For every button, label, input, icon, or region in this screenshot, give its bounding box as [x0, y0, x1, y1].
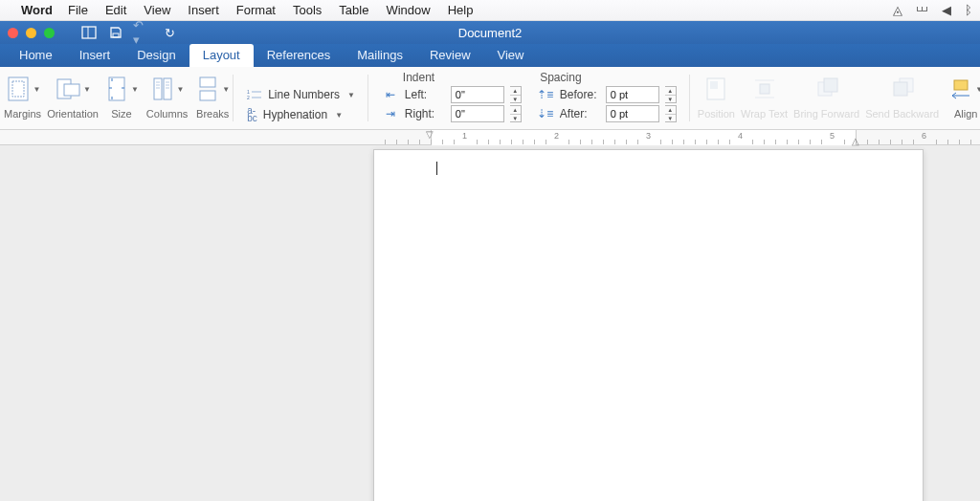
svg-rect-30 [894, 82, 907, 96]
page[interactable] [373, 149, 924, 501]
ribbon: ▼ Margins ▼ Orientation ▼ Size ▼ Columns… [0, 67, 980, 130]
volume-icon[interactable]: ◀ [942, 3, 951, 17]
send-backward-label: Send Backward [865, 108, 939, 120]
svg-rect-31 [954, 80, 968, 90]
indent-right-input[interactable]: 0" [451, 105, 504, 122]
ruler-number: 1 [462, 131, 467, 141]
spacing-before-stepper[interactable]: ▲▼ [665, 86, 677, 103]
menu-tools[interactable]: Tools [293, 3, 322, 17]
spacing-before-icon: ⇡≡ [537, 88, 554, 101]
position-button: Position [698, 73, 735, 120]
menu-format[interactable]: Format [236, 3, 276, 17]
size-label: Size [111, 108, 131, 120]
zoom-button[interactable] [44, 28, 55, 38]
columns-label: Columns [146, 108, 188, 120]
svg-text:2: 2 [247, 95, 250, 100]
menu-edit[interactable]: Edit [105, 3, 126, 17]
indent-left-label: Left: [405, 88, 445, 101]
svg-rect-9 [164, 78, 171, 99]
right-indent-marker[interactable]: △ [852, 136, 859, 146]
bring-forward-label: Bring Forward [793, 108, 859, 120]
bring-forward-button: Bring Forward [793, 73, 859, 120]
window-titlebar: ↶ ▾ ↻ Document2 [0, 21, 980, 44]
menu-table[interactable]: Table [339, 3, 368, 17]
tab-insert[interactable]: Insert [66, 44, 124, 67]
align-button[interactable]: ▼ Align [948, 73, 980, 120]
indent-header: Indent [403, 71, 434, 84]
align-label: Align [954, 108, 977, 120]
indent-left-stepper[interactable]: ▲▼ [510, 86, 522, 103]
ruler-number: 3 [646, 131, 651, 141]
spacing-before-input[interactable]: 0 pt [606, 86, 659, 103]
indent-spacing-group: Indent Spacing ⇤ Left: 0" ▲▼ ⇡≡ Before: … [368, 67, 690, 129]
ribbon-tabs: Home Insert Design Layout References Mai… [0, 44, 980, 67]
hyphenation-label: Hyphenation [263, 108, 327, 121]
airplay-icon[interactable]: ⏙ [916, 3, 928, 17]
svg-rect-6 [64, 84, 79, 96]
menu-window[interactable]: Window [386, 3, 430, 17]
document-area: 1234567▽△ [0, 130, 980, 501]
spacing-after-label: After: [560, 107, 600, 120]
text-cursor [436, 162, 437, 175]
spacing-header: Spacing [540, 71, 581, 84]
svg-rect-28 [824, 78, 837, 92]
menu-file[interactable]: File [68, 3, 88, 17]
breaks-label: Breaks [196, 108, 229, 120]
menu-help[interactable]: Help [448, 3, 474, 17]
orientation-label: Orientation [47, 108, 99, 120]
save-icon[interactable] [106, 24, 125, 41]
indent-right-icon: ⇥ [382, 107, 399, 120]
tab-view[interactable]: View [484, 44, 538, 67]
line-numbers-label: Line Numbers [268, 88, 340, 101]
wrap-text-button: Wrap Text [741, 73, 788, 120]
tab-home[interactable]: Home [6, 44, 66, 67]
tab-layout[interactable]: Layout [189, 44, 254, 67]
tab-mailings[interactable]: Mailings [344, 44, 416, 67]
indent-right-stepper[interactable]: ▲▼ [510, 105, 522, 122]
ruler-number: 6 [922, 131, 926, 141]
indent-left-icon: ⇤ [382, 88, 399, 101]
setup-more-group: 12 Line Numbers▼ a-bc Hyphenation▼ [234, 67, 368, 129]
size-button[interactable]: ▼ Size [104, 73, 139, 120]
line-numbers-button[interactable]: 12 Line Numbers▼ [247, 88, 355, 101]
bluetooth-icon[interactable]: ᛒ [965, 3, 972, 17]
svg-rect-8 [154, 78, 162, 99]
svg-rect-23 [710, 81, 718, 89]
tab-review[interactable]: Review [416, 44, 484, 67]
menu-insert[interactable]: Insert [188, 3, 219, 17]
svg-rect-7 [109, 77, 124, 100]
svg-rect-16 [200, 77, 215, 87]
spacing-after-input[interactable]: 0 pt [606, 105, 659, 122]
svg-rect-17 [200, 91, 215, 100]
indent-left-input[interactable]: 0" [451, 86, 504, 103]
spacing-after-stepper[interactable]: ▲▼ [665, 105, 677, 122]
wrap-text-label: Wrap Text [741, 108, 788, 120]
ruler-number: 2 [554, 131, 559, 141]
drive-icon[interactable]: ◬ [893, 3, 902, 17]
tab-design[interactable]: Design [123, 44, 189, 67]
spacing-before-label: Before: [560, 88, 600, 101]
first-line-indent-marker[interactable]: ▽ [426, 130, 434, 140]
margins-label: Margins [4, 108, 41, 120]
indent-right-label: Right: [405, 107, 445, 120]
position-label: Position [698, 108, 735, 120]
margins-button[interactable]: ▼ Margins [4, 73, 41, 120]
print-layout-icon[interactable] [79, 24, 99, 41]
redo-button[interactable]: ↻ [160, 24, 179, 41]
ruler-active-strip [431, 130, 857, 145]
menu-view[interactable]: View [144, 3, 170, 17]
svg-rect-24 [760, 84, 769, 94]
hyphenation-button[interactable]: a-bc Hyphenation▼ [247, 107, 355, 122]
undo-button[interactable]: ↶ ▾ [133, 24, 152, 41]
horizontal-ruler[interactable]: 1234567▽△ [0, 130, 980, 145]
orientation-button[interactable]: ▼ Orientation [47, 73, 99, 120]
tab-references[interactable]: References [254, 44, 344, 67]
columns-button[interactable]: ▼ Columns [146, 73, 188, 120]
close-button[interactable] [8, 28, 18, 38]
minimize-button[interactable] [26, 28, 36, 38]
breaks-button[interactable]: ▼ Breaks [195, 73, 230, 120]
svg-rect-0 [82, 27, 96, 38]
send-backward-button: Send Backward [865, 73, 939, 120]
spacing-after-icon: ⇣≡ [537, 107, 554, 120]
app-name[interactable]: Word [21, 3, 53, 17]
